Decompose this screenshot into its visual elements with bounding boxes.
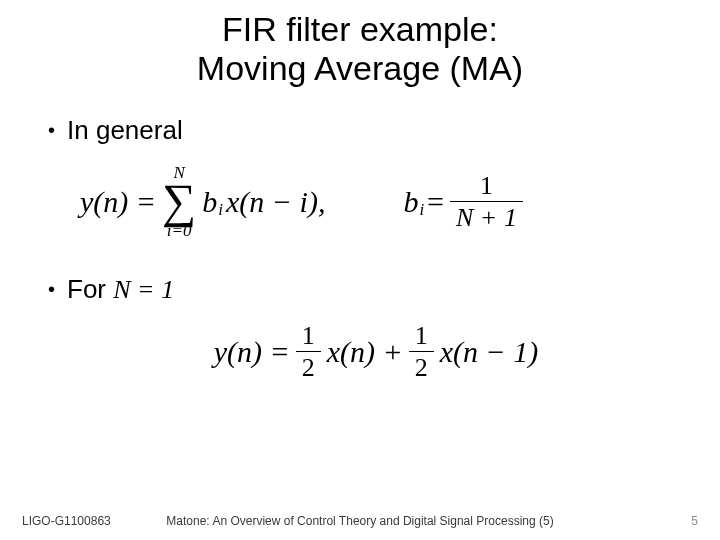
half2-den: 2: [409, 354, 434, 381]
bullet-dot-icon: •: [48, 273, 55, 305]
title-line-2: Moving Average (MA): [197, 49, 523, 87]
bullet-dot-icon: •: [48, 114, 55, 146]
frac-den: N + 1: [450, 204, 523, 231]
sigma-icon: ∑: [162, 181, 196, 222]
bullet-for-n1: • For N = 1: [48, 273, 672, 306]
slide-title: FIR filter example: Moving Average (MA): [0, 0, 720, 88]
frac-bar-icon: [409, 351, 434, 352]
frac-bar-icon: [450, 201, 523, 202]
equation-n1: y(n) = 1 2 x(n) + 1 2 x(n − 1): [80, 322, 672, 382]
frac-bar-icon: [296, 351, 321, 352]
fraction-half-2: 1 2: [409, 322, 434, 382]
title-line-1: FIR filter example:: [222, 10, 498, 48]
half2-num: 1: [409, 322, 434, 349]
eq-lhs: y(n) = N ∑ i=0 bi x(n − i),: [80, 164, 325, 239]
eq2-lhs: y(n) =: [214, 335, 290, 369]
eq-yn: y(n) =: [80, 185, 156, 219]
term-xni: x(n − i),: [226, 185, 325, 219]
bullet-text-2: For N = 1: [67, 273, 174, 306]
summation-icon: N ∑ i=0: [162, 164, 196, 239]
footer-center: Matone: An Overview of Control Theory an…: [0, 514, 720, 528]
eq2-xn1: x(n − 1): [440, 335, 539, 369]
slide: FIR filter example: Moving Average (MA) …: [0, 0, 720, 540]
slide-body: • In general y(n) = N ∑ i=0 bi x(n − i),…: [0, 88, 720, 381]
fraction-1-over-nplus1: 1 N + 1: [450, 172, 523, 232]
frac-num: 1: [474, 172, 499, 199]
fraction-half-1: 1 2: [296, 322, 321, 382]
rhs-b: b: [403, 185, 418, 219]
bullet-in-general: • In general: [48, 114, 672, 146]
footer-page-number: 5: [691, 514, 698, 528]
coef-b: b: [202, 185, 217, 219]
for-math: N = 1: [113, 275, 174, 304]
eq2-xn: x(n) +: [327, 335, 403, 369]
eq-rhs: bi = 1 N + 1: [403, 172, 529, 232]
coef-b-sub: i: [218, 200, 223, 220]
for-prefix: For: [67, 274, 113, 304]
half1-den: 2: [296, 354, 321, 381]
half1-num: 1: [296, 322, 321, 349]
rhs-b-sub: i: [419, 200, 424, 220]
sum-lower: i=0: [167, 222, 192, 239]
bullet-text: In general: [67, 114, 183, 146]
equation-general: y(n) = N ∑ i=0 bi x(n − i), bi = 1 N + 1: [80, 164, 672, 239]
rhs-equals: =: [427, 185, 444, 219]
